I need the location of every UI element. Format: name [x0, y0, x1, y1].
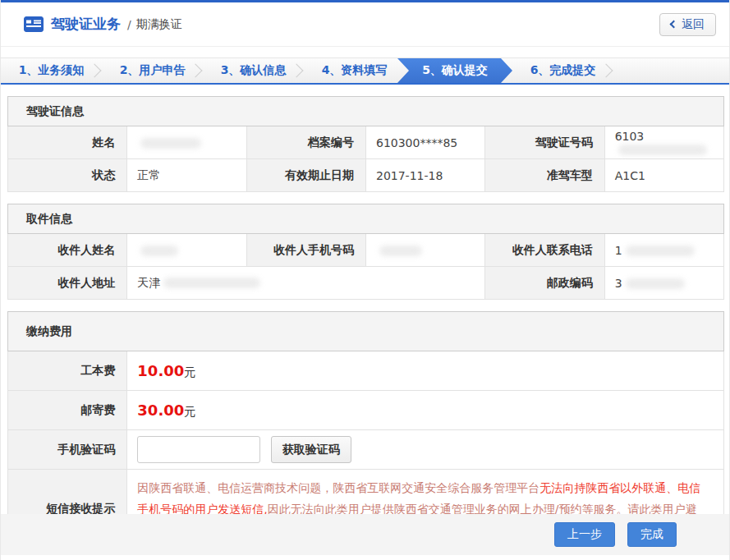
production-fee-label: 工本费	[8, 351, 127, 391]
production-fee-value: 10.00元	[127, 351, 724, 391]
recipient-address-value: 天津	[127, 267, 485, 300]
table-row: 收件人地址 天津 邮政编码 3	[8, 267, 724, 300]
name-value	[127, 126, 246, 159]
sms-note-part1: 因陕西省联通、电信运营商技术问题，陕西省互联网交通安全综合服务管理平台	[137, 481, 539, 494]
vehicle-class-value: A1C1	[604, 159, 723, 192]
sms-code-label: 手机验证码	[8, 430, 127, 470]
chevron-left-icon	[670, 21, 678, 29]
tab-step-2[interactable]: 2、用户申告	[102, 58, 203, 83]
previous-step-button[interactable]: 上一步	[554, 522, 615, 547]
fees-section-title: 缴纳费用	[8, 312, 724, 351]
pickup-info-table: 取件信息 收件人姓名 收件人手机号码 收件人联系电话 1 收件人地址 天津 邮政…	[7, 204, 724, 300]
vehicle-class-label: 准驾车型	[485, 159, 604, 192]
recipient-phone-label: 收件人联系电话	[485, 234, 604, 267]
tab-step-6[interactable]: 6、完成提交	[512, 58, 613, 83]
recipient-phone-value: 1	[604, 234, 723, 267]
sms-code-input[interactable]	[137, 436, 260, 463]
status-value: 正常	[127, 159, 246, 192]
postage-fee-value: 30.00元	[127, 391, 724, 430]
table-row: 收件人姓名 收件人手机号码 收件人联系电话 1	[8, 234, 724, 267]
redacted-postal	[626, 278, 685, 289]
recipient-mobile-label: 收件人手机号码	[246, 234, 365, 267]
redacted-recipient	[140, 246, 178, 256]
recipient-address-label: 收件人地址	[8, 267, 127, 300]
redacted-license-no	[618, 145, 707, 155]
back-button[interactable]: 返回	[659, 13, 716, 36]
postal-code-label: 邮政编码	[485, 267, 604, 300]
license-info-table: 驾驶证信息 姓名 档案编号 610300****85 驾驶证号码 6103 状态…	[7, 96, 724, 192]
postage-fee-amount: 30.00	[137, 402, 184, 419]
get-sms-code-button[interactable]: 获取验证码	[271, 436, 351, 463]
postal-code-value: 3	[604, 267, 723, 300]
license-no-label: 驾驶证号码	[485, 126, 604, 159]
step-tabs: 1、业务须知 2、用户申告 3、确认信息 4、资料填写 5、确认提交 6、完成提…	[1, 57, 729, 85]
table-row: 状态 正常 有效期止日期 2017-11-18 准驾车型 A1C1	[8, 159, 724, 192]
redacted-mobile	[379, 246, 422, 256]
redacted-name	[140, 138, 201, 149]
fee-unit: 元	[184, 365, 195, 379]
breadcrumb-current: 期满换证	[136, 17, 182, 32]
redacted-address	[163, 278, 260, 288]
tab-step-5-active[interactable]: 5、确认提交	[397, 58, 512, 83]
tab-strip-filler	[613, 58, 729, 83]
expiry-value: 2017-11-18	[365, 159, 484, 192]
status-label: 状态	[8, 159, 127, 192]
breadcrumb-separator: /	[127, 18, 131, 31]
tab-step-1[interactable]: 1、业务须知	[1, 58, 102, 83]
recipient-name-value	[127, 234, 246, 267]
tab-step-3[interactable]: 3、确认信息	[203, 58, 304, 83]
page-header: 驾驶证业务 / 期满换证 返回	[1, 2, 729, 47]
page-title: 驾驶证业务	[51, 15, 121, 34]
table-row: 姓名 档案编号 610300****85 驾驶证号码 6103	[8, 126, 724, 159]
license-no-value: 6103	[604, 126, 723, 159]
license-section-title: 驾驶证信息	[8, 97, 724, 126]
recipient-name-label: 收件人姓名	[8, 234, 127, 267]
license-card-icon	[24, 16, 44, 32]
table-row: 手机验证码 获取验证码	[8, 430, 724, 470]
redacted-phone	[626, 246, 695, 256]
footer-action-bar: 上一步 完成	[1, 514, 729, 555]
back-button-label: 返回	[682, 17, 705, 32]
finish-button[interactable]: 完成	[627, 522, 677, 547]
tab-step-4[interactable]: 4、资料填写	[304, 58, 405, 83]
table-row: 工本费 10.00元	[8, 351, 724, 391]
production-fee-amount: 10.00	[137, 362, 184, 379]
postage-fee-label: 邮寄费	[8, 391, 127, 430]
name-label: 姓名	[8, 126, 127, 159]
archive-no-value: 610300****85	[365, 126, 484, 159]
archive-no-label: 档案编号	[246, 126, 365, 159]
table-row: 邮寄费 30.00元	[8, 391, 724, 430]
recipient-mobile-value	[365, 234, 484, 267]
fee-unit: 元	[184, 405, 195, 418]
pickup-section-title: 取件信息	[8, 204, 724, 234]
sms-code-cell: 获取验证码	[127, 430, 724, 470]
expiry-label: 有效期止日期	[246, 159, 365, 192]
